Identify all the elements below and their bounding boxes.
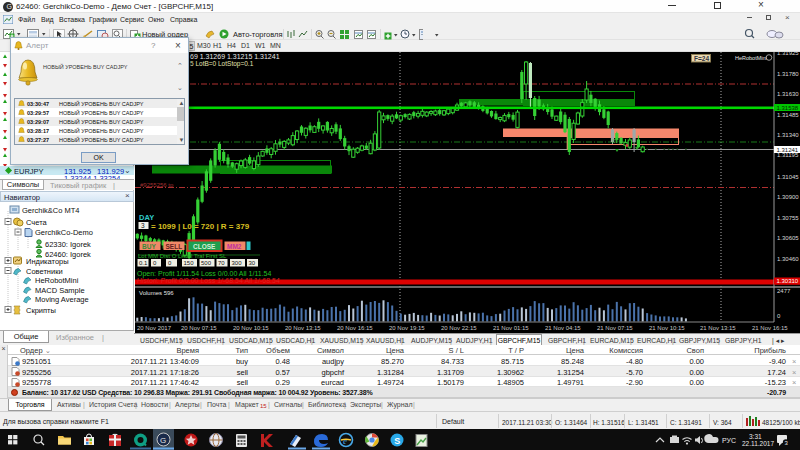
svg-text:Histori: Profit 0/0.00 Loss 1: Histori: Profit 0/0.00 Loss 1/-68.54 All… xyxy=(137,277,280,284)
svg-text:e: e xyxy=(343,436,347,446)
svg-text:РУС: РУС xyxy=(722,437,736,444)
svg-text:CLOSE: CLOSE xyxy=(193,243,216,250)
svg-text:Советники: Советники xyxy=(26,267,63,276)
svg-text:5 LotB=0 LotStop=0.1: 5 LotB=0 LotStop=0.1 xyxy=(190,60,254,68)
svg-text:21 Nov 10:15: 21 Nov 10:15 xyxy=(649,325,685,331)
svg-text:21 Nov 16:15: 21 Nov 16:15 xyxy=(752,325,788,331)
svg-text:MM2: MM2 xyxy=(227,243,242,250)
svg-text:1.31485: 1.31485 xyxy=(777,112,799,118)
svg-text:3:31: 3:31 xyxy=(749,433,762,440)
svg-text:= 1099 | L0 = 720 | R = 379: = 1099 | L0 = 720 | R = 379 xyxy=(151,222,250,231)
svg-text:0.1: 0.1 xyxy=(139,260,148,266)
svg-text:Скрипты: Скрипты xyxy=(26,306,56,315)
svg-text:20 Nov 2017: 20 Nov 2017 xyxy=(137,325,172,331)
svg-text:20 Nov 22:15: 20 Nov 22:15 xyxy=(441,325,477,331)
svg-text:1.31045: 1.31045 xyxy=(777,174,799,180)
svg-text:1.31241: 1.31241 xyxy=(777,147,799,153)
svg-text:HeRobotMini: HeRobotMini xyxy=(35,276,79,285)
svg-text:Lot MM Dist O Level Tra: Lot MM Dist O Level Tral First SL xyxy=(138,253,227,259)
svg-text:1.30460: 1.30460 xyxy=(777,256,799,262)
svg-text:MACD Sample: MACD Sample xyxy=(35,286,85,295)
svg-text:300: 300 xyxy=(232,260,243,266)
svg-text:1.30900: 1.30900 xyxy=(777,194,799,200)
svg-text:21 Nov 04:15: 21 Nov 04:15 xyxy=(545,325,581,331)
svg-text:20 Nov 10:15: 20 Nov 10:15 xyxy=(233,325,269,331)
svg-text:G: G xyxy=(160,436,166,445)
svg-text:21 Nov 07:15: 21 Nov 07:15 xyxy=(597,325,633,331)
svg-text:F=24: F=24 xyxy=(694,55,709,62)
svg-text:Volumes 596: Volumes 596 xyxy=(139,290,174,296)
svg-text:3: 3 xyxy=(141,222,145,229)
svg-text:1.31538: 1.31538 xyxy=(777,105,799,111)
svg-text:21 Nov 01:15: 21 Nov 01:15 xyxy=(493,325,529,331)
svg-text:1.30605: 1.30605 xyxy=(777,235,799,241)
svg-text:70: 70 xyxy=(218,260,225,266)
svg-text:GerchikCo-Demo: GerchikCo-Demo xyxy=(35,228,93,237)
svg-text:HeRobotMini: HeRobotMini xyxy=(735,55,767,61)
svg-text:Moving Average: Moving Average xyxy=(35,295,89,304)
svg-text:500: 500 xyxy=(201,260,212,266)
svg-text:Индикаторы: Индикаторы xyxy=(26,257,69,266)
svg-text:1.31630: 1.31630 xyxy=(777,91,799,97)
svg-text:62330: Igorek: 62330: Igorek xyxy=(45,240,91,249)
svg-text:20 Nov 13:15: 20 Nov 13:15 xyxy=(285,325,321,331)
svg-text:150: 150 xyxy=(184,260,195,266)
svg-text:21 Nov 13:15: 21 Nov 13:15 xyxy=(700,325,736,331)
svg-text:1.31925: 1.31925 xyxy=(777,52,799,56)
svg-text:Авто-торговля: Авто-торговля xyxy=(233,30,283,39)
svg-text:SELL: SELL xyxy=(166,243,183,250)
svg-text:l0!·y: l0!·y xyxy=(612,138,622,144)
svg-text:1.30755: 1.30755 xyxy=(777,215,799,221)
svg-text:1.31340: 1.31340 xyxy=(777,132,799,138)
svg-text:2477: 2477 xyxy=(777,288,791,294)
svg-text:1.30310: 1.30310 xyxy=(777,278,799,284)
svg-text:Счета: Счета xyxy=(26,218,48,227)
svg-text:20 Nov 19:15: 20 Nov 19:15 xyxy=(389,325,425,331)
svg-text:#9255256 tp: #9255256 tp xyxy=(140,182,174,188)
svg-text:BUY: BUY xyxy=(142,243,156,250)
svg-text:S: S xyxy=(394,436,400,446)
svg-text:1.31780: 1.31780 xyxy=(777,71,799,77)
svg-text:22.11.2017: 22.11.2017 xyxy=(742,440,774,447)
svg-text:20 Nov 07:15: 20 Nov 07:15 xyxy=(181,325,217,331)
svg-text:30: 30 xyxy=(249,260,256,266)
svg-text:20 Nov 16:15: 20 Nov 16:15 xyxy=(337,325,373,331)
svg-text:Gerchik&Co MT4: Gerchik&Co MT4 xyxy=(22,206,80,215)
